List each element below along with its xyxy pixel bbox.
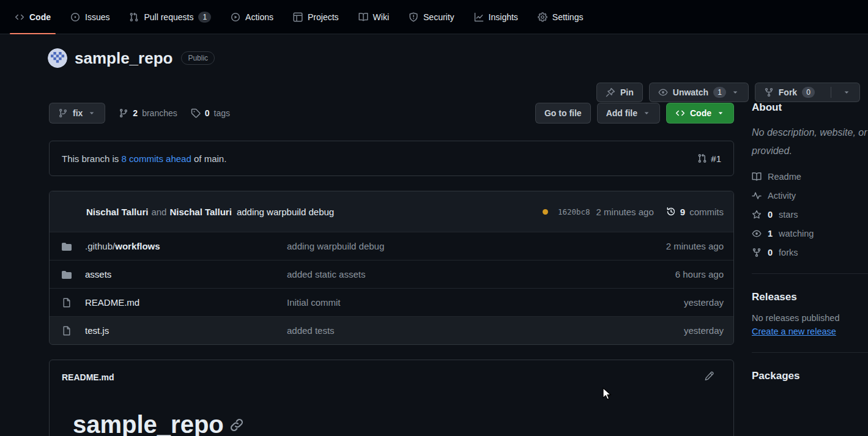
branches-link[interactable]: 2 branches [119,108,177,118]
tab-projects[interactable]: Projects [288,0,344,34]
pin-button[interactable]: Pin [596,83,643,102]
code-button[interactable]: Code [666,103,734,124]
toolbar-right-buttons: Go to file Add file Code [535,103,734,124]
graph-icon [474,12,484,22]
button-divider [831,87,831,98]
commit-meta: 1620bc8 2 minutes ago 9 commits [543,207,724,217]
file-commit-message-link[interactable]: Initial commit [287,297,620,308]
chevron-down-icon [716,109,725,117]
tab-pull-requests[interactable]: Pull requests 1 [124,0,216,34]
repo-name[interactable]: sample_repo [75,49,172,68]
readme-title-text: sample_repo [73,411,224,436]
repo-owner-avatar[interactable] [48,48,67,68]
tab-insights[interactable]: Insights [469,0,523,34]
readme-filename-tab[interactable]: README.md [62,372,114,382]
commit-message-link[interactable]: adding warpbuild debug [237,207,334,217]
forks-link[interactable]: 0 forks [752,248,868,257]
tab-label: Wiki [373,12,389,22]
commit-history-link[interactable]: 9 commits [666,207,724,217]
chevron-down-icon [842,88,851,97]
tag-icon [191,108,201,118]
pin-icon [606,87,615,97]
gear-icon [538,12,547,22]
stars-link[interactable]: 0 stars [752,210,868,220]
readme-title: sample_repo [73,411,733,436]
releases-title: Releases [752,291,868,303]
activity-link[interactable]: Activity [752,191,868,201]
table-row: assets added static assets 6 hours ago [50,260,733,288]
branches-label: branches [142,108,177,118]
tab-actions[interactable]: Actions [226,0,278,34]
branch-selector[interactable]: fix [49,103,105,124]
commit-author-conjunction: and [151,207,166,217]
tab-settings[interactable]: Settings [533,0,588,34]
pin-label: Pin [620,87,634,97]
commit-committer[interactable]: Nischal Talluri [169,207,231,217]
add-file-button[interactable]: Add file [597,103,660,124]
commit-author[interactable]: Nischal Talluri [86,207,148,217]
banner-text-prefix: This branch is [62,153,119,164]
history-icon [666,207,676,216]
file-name-link[interactable]: README.md [85,297,139,308]
sidebar-divider [752,273,868,274]
tab-security[interactable]: Security [404,0,459,34]
play-circle-icon [231,12,240,22]
fork-count-badge: 0 [802,87,815,98]
tab-wiki[interactable]: Wiki [354,0,394,34]
edit-readme-button[interactable] [704,371,714,383]
file-commit-message-link[interactable]: added static assets [287,269,620,279]
file-name-link[interactable]: test.js [85,325,109,336]
file-commit-time: 2 minutes ago [620,241,724,251]
file-name-link[interactable]: workflows [115,241,160,251]
unwatch-button[interactable]: Unwatch 1 [649,83,749,102]
star-icon [752,210,762,220]
about-section: About No description, website, or topics… [752,102,868,257]
forks-count: 0 [768,248,773,257]
chevron-down-icon [642,109,651,117]
releases-empty-text: No releases published [752,313,868,323]
watch-count-badge: 1 [713,87,726,98]
tags-link[interactable]: 0 tags [191,108,230,118]
chevron-down-icon [87,109,96,117]
file-commit-message-link[interactable]: adding warpbuild debug [287,241,620,251]
tab-code[interactable]: Code [10,0,56,34]
tab-label: Pull requests [144,12,193,22]
git-pull-request-icon [697,153,707,163]
eye-icon [752,229,762,238]
commit-time: 2 minutes ago [596,207,654,217]
create-release-link[interactable]: Create a new release [752,327,836,336]
file-name-link[interactable]: assets [85,269,111,279]
link-anchor-icon[interactable] [230,418,243,432]
watchers-count: 1 [768,229,773,238]
file-name-cell: README.md [85,297,287,308]
tab-issues[interactable]: Issues [65,0,114,34]
identicon-image [48,48,67,68]
file-path-prefix[interactable]: .github/ [85,241,115,251]
pencil-icon [704,371,714,381]
commit-status-indicator[interactable] [543,209,548,215]
table-row: .github/workflows adding warpbuild debug… [50,232,733,260]
file-commit-message-link[interactable]: added tests [287,325,620,336]
table-row: README.md Initial commit yesterday [50,288,733,316]
git-branch-icon [58,108,68,118]
repo-sidebar: About No description, website, or topics… [752,102,868,392]
file-name-cell: .github/workflows [85,241,287,251]
commits-ahead-link[interactable]: 8 commits ahead [122,153,191,164]
commit-hash-link[interactable]: 1620bc8 [558,207,590,216]
file-icon [62,326,72,336]
go-to-file-button[interactable]: Go to file [535,103,591,124]
watchers-link[interactable]: 1 watching [752,229,868,238]
file-commit-time: 6 hours ago [620,269,724,279]
readme-link[interactable]: Readme [752,172,868,182]
tab-label: Security [423,12,454,22]
fork-button[interactable]: Fork 0 [755,83,860,102]
pull-request-ref-link[interactable]: #1 [697,153,721,164]
about-description: No description, website, or topics provi… [752,124,868,160]
tab-label: Actions [245,12,273,22]
releases-section: Releases No releases published Create a … [752,291,868,336]
pulse-icon [752,191,762,201]
file-tree-box: Nischal Talluri and Nischal Talluri addi… [49,191,734,345]
fork-label: Fork [779,87,797,97]
file-toolbar: fix 2 branches 0 tags Go to file Add fil… [49,103,734,124]
tab-label: Settings [552,12,584,22]
